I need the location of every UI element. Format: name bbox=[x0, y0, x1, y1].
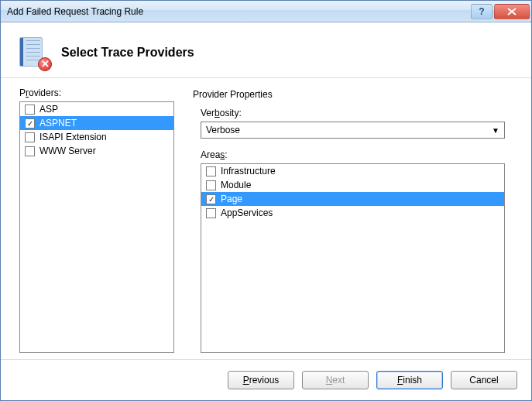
checkbox[interactable]: ✓ bbox=[206, 194, 216, 204]
provider-item-label: ASPNET bbox=[39, 118, 77, 129]
checkbox[interactable] bbox=[25, 132, 35, 142]
area-item-label: Infrastructure bbox=[221, 166, 276, 177]
provider-item-label: WWW Server bbox=[39, 146, 96, 156]
providers-label: Providers: bbox=[19, 87, 174, 98]
properties-column: Provider Properties Verbosity: Verbose ▼… bbox=[193, 87, 513, 353]
provider-item[interactable]: ✓ASPNET bbox=[20, 116, 173, 130]
verbosity-value: Verbose bbox=[206, 125, 240, 135]
area-item[interactable]: Module bbox=[201, 178, 504, 192]
provider-item[interactable]: ISAPI Extension bbox=[20, 130, 173, 144]
areas-listbox[interactable]: InfrastructureModule✓PageAppServices bbox=[201, 163, 505, 353]
checkbox[interactable] bbox=[25, 105, 35, 115]
verbosity-label: Verbosity: bbox=[201, 108, 513, 118]
providers-column: Providers: ASP✓ASPNETISAPI ExtensionWWW … bbox=[19, 87, 174, 353]
verbosity-select[interactable]: Verbose ▼ bbox=[201, 122, 505, 139]
provider-item-label: ISAPI Extension bbox=[39, 132, 107, 142]
checkbox[interactable] bbox=[25, 146, 35, 156]
previous-button[interactable]: Previous bbox=[228, 371, 294, 389]
checkbox[interactable]: ✓ bbox=[25, 118, 35, 129]
properties-panel: Verbosity: Verbose ▼ Areas: Infrastructu… bbox=[193, 105, 513, 353]
wizard-body: Providers: ASP✓ASPNETISAPI ExtensionWWW … bbox=[1, 78, 531, 359]
properties-group-label: Provider Properties bbox=[193, 89, 513, 100]
area-item[interactable]: AppServices bbox=[201, 206, 504, 220]
checkbox[interactable] bbox=[206, 166, 216, 177]
area-item[interactable]: Infrastructure bbox=[201, 164, 504, 178]
page-title: Select Trace Providers bbox=[61, 46, 194, 60]
chevron-down-icon: ▼ bbox=[492, 126, 499, 135]
error-badge-icon: ✕ bbox=[38, 57, 52, 71]
wizard-header: ✕ Select Trace Providers bbox=[1, 22, 531, 78]
cancel-button[interactable]: Cancel bbox=[451, 371, 517, 389]
window-buttons: ? bbox=[471, 4, 530, 19]
dialog-window: Add Failed Request Tracing Rule ? ✕ Sele… bbox=[0, 0, 532, 401]
provider-item[interactable]: ASP bbox=[20, 102, 173, 116]
provider-item-label: ASP bbox=[39, 104, 58, 115]
wizard-footer: Previous Next Finish Cancel bbox=[1, 359, 531, 400]
help-button[interactable]: ? bbox=[471, 4, 493, 19]
area-item-label: Module bbox=[221, 180, 251, 190]
area-item-label: AppServices bbox=[221, 207, 273, 218]
area-item[interactable]: ✓Page bbox=[201, 192, 504, 206]
close-button[interactable] bbox=[494, 4, 530, 19]
tracing-icon: ✕ bbox=[19, 37, 47, 68]
area-item-label: Page bbox=[221, 194, 242, 204]
checkbox[interactable] bbox=[206, 208, 216, 218]
next-button: Next bbox=[302, 371, 369, 389]
titlebar[interactable]: Add Failed Request Tracing Rule ? bbox=[1, 1, 531, 22]
providers-listbox[interactable]: ASP✓ASPNETISAPI ExtensionWWW Server bbox=[19, 101, 174, 353]
window-title: Add Failed Request Tracing Rule bbox=[7, 6, 471, 17]
checkbox[interactable] bbox=[206, 180, 216, 190]
areas-label: Areas: bbox=[201, 149, 513, 160]
finish-button[interactable]: Finish bbox=[376, 371, 443, 389]
provider-item[interactable]: WWW Server bbox=[20, 144, 173, 158]
